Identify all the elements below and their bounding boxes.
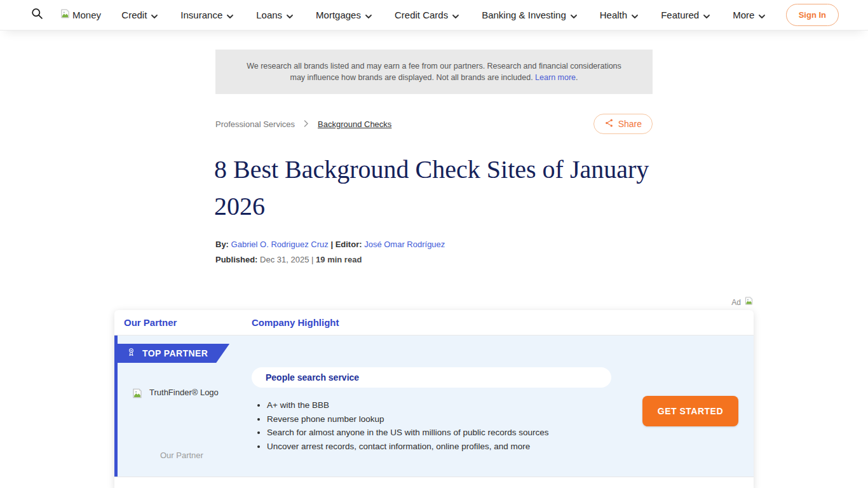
search-icon: [31, 7, 44, 23]
byline-separator: |: [330, 240, 333, 249]
highlight-bullet: A+ with the BBB: [267, 398, 611, 412]
nav-label: Banking & Investing: [482, 10, 566, 20]
get-started-button[interactable]: GET STARTED: [642, 396, 738, 426]
chevron-down-icon: [151, 10, 158, 20]
chevron-down-icon: [287, 10, 293, 20]
author-link[interactable]: Gabriel O. Rodriguez Cruz: [231, 240, 329, 249]
nav-label: Credit Cards: [395, 10, 448, 20]
by-label: By:: [215, 240, 229, 249]
broken-image-icon: [132, 388, 143, 402]
nav-item-mortgages[interactable]: Mortgages: [316, 10, 372, 20]
nav-item-credit[interactable]: Credit: [121, 10, 158, 20]
nav-item-credit-cards[interactable]: Credit Cards: [395, 10, 459, 20]
published-date: Dec 31, 2025: [260, 255, 309, 264]
partner-logo[interactable]: TruthFinder® Logo: [132, 388, 219, 402]
nav-item-insurance[interactable]: Insurance: [180, 10, 233, 20]
highlight-bullet-list: A+ with the BBB Reverse phone number loo…: [267, 398, 611, 453]
editor-label: Editor:: [336, 240, 362, 249]
nav-item-health[interactable]: Health: [600, 10, 638, 20]
ad-label-row: Ad: [114, 296, 754, 308]
nav-label: More: [733, 10, 754, 20]
nav-item-banking-investing[interactable]: Banking & Investing: [482, 10, 577, 20]
share-button[interactable]: Share: [593, 114, 653, 134]
page: Money Credit Insurance Loans Mortgages C…: [0, 0, 868, 488]
table-header-row: Our Partner Company Highlight: [114, 310, 754, 336]
logo-alt-text: Money: [72, 10, 101, 20]
ad-label: Ad: [731, 298, 741, 307]
top-nav-bar: Money Credit Insurance Loans Mortgages C…: [0, 0, 868, 30]
nav-item-loans[interactable]: Loans: [256, 10, 293, 20]
company-highlight-cell: People search service A+ with the BBB Re…: [252, 367, 611, 453]
service-tag-pill: People search service: [252, 367, 611, 388]
search-button[interactable]: [28, 6, 46, 24]
next-table-row-partial: [114, 477, 754, 488]
broken-image-icon: [744, 296, 754, 308]
chevron-down-icon: [571, 10, 577, 20]
nav-label: Health: [600, 10, 627, 20]
advertiser-disclaimer: We research all brands listed and may ea…: [215, 50, 653, 94]
table-row: TOP PARTNER TruthFinder® Logo Our Partne…: [114, 336, 754, 477]
sign-in-button[interactable]: Sign In: [786, 4, 839, 26]
nav-item-more[interactable]: More: [733, 10, 765, 20]
share-label: Share: [618, 119, 642, 129]
top-partner-badge: TOP PARTNER: [118, 344, 229, 363]
chevron-down-icon: [703, 10, 710, 20]
chevron-right-icon: [304, 119, 309, 129]
breadcrumb-row: Professional Services Background Checks …: [215, 114, 653, 134]
disclaimer-period: .: [576, 73, 578, 82]
editor-link[interactable]: José Omar Rodríguez: [364, 240, 445, 249]
nav-label: Insurance: [180, 10, 222, 20]
published-line: Published: Dec 31, 2025 | 19 min read: [215, 255, 653, 264]
chevron-down-icon: [365, 10, 372, 20]
column-header-our-partner: Our Partner: [114, 317, 252, 328]
breadcrumb-parent-link[interactable]: Professional Services: [215, 119, 295, 129]
published-label: Published:: [215, 255, 257, 264]
partner-comparison-table: Our Partner Company Highlight TOP PARTNE…: [114, 310, 754, 488]
money-logo[interactable]: Money: [60, 8, 101, 22]
chevron-down-icon: [452, 10, 459, 20]
medal-icon: [126, 347, 136, 360]
column-header-company-highlight: Company Highlight: [252, 317, 339, 328]
chevron-down-icon: [759, 10, 765, 20]
page-title: 8 Best Background Check Sites of January…: [214, 151, 654, 225]
learn-more-link[interactable]: Learn more: [535, 73, 576, 82]
main-nav: Credit Insurance Loans Mortgages Credit …: [121, 10, 765, 20]
chevron-down-icon: [227, 10, 233, 20]
breadcrumb-current-link[interactable]: Background Checks: [318, 119, 391, 129]
publine-separator: |: [311, 255, 313, 264]
nav-label: Mortgages: [316, 10, 361, 20]
nav-item-featured[interactable]: Featured: [661, 10, 710, 20]
read-time: 19 min read: [316, 255, 362, 264]
our-partner-label: Our Partner: [160, 451, 203, 460]
nav-label: Featured: [661, 10, 699, 20]
partner-logo-alt-text: TruthFinder® Logo: [149, 388, 219, 397]
highlight-bullet: Uncover arrest records, contact informat…: [267, 440, 611, 454]
broken-image-icon: [60, 8, 71, 22]
breadcrumb: Professional Services Background Checks: [215, 119, 391, 129]
byline: By: Gabriel O. Rodriguez Cruz | Editor: …: [215, 240, 653, 249]
top-partner-label: TOP PARTNER: [142, 348, 208, 358]
chevron-down-icon: [632, 10, 638, 20]
nav-label: Credit: [121, 10, 147, 20]
highlight-bullet: Search for almost anyone in the US with …: [267, 426, 611, 440]
highlight-bullet: Reverse phone number lookup: [267, 412, 611, 426]
nav-label: Loans: [256, 10, 282, 20]
share-icon: [604, 118, 614, 130]
